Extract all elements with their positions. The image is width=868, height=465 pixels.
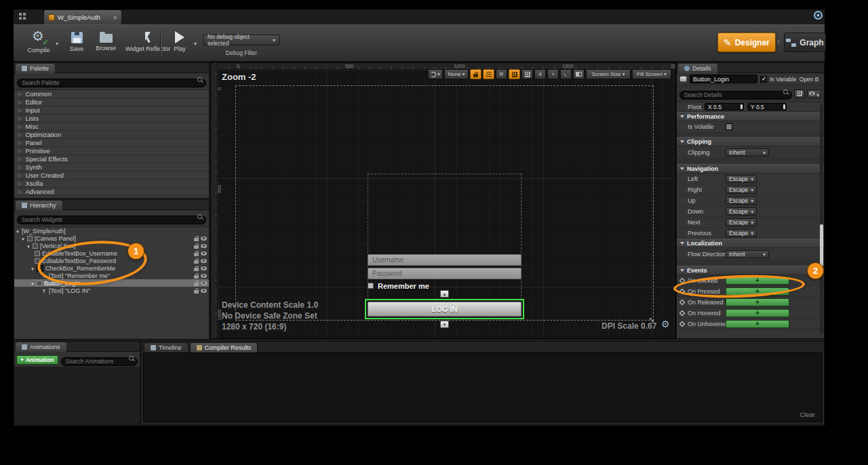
expander-icon[interactable] [21, 235, 25, 242]
close-icon[interactable] [113, 14, 117, 21]
clipping-dropdown[interactable]: Inherit [726, 148, 769, 157]
palette-category[interactable]: Xsolla [14, 180, 209, 188]
widget-reflector-button[interactable]: Widget Reflector [122, 30, 174, 52]
preview-login-button[interactable]: LOG IN [368, 302, 521, 317]
nav-dropdown[interactable]: Escape [726, 186, 757, 194]
expander-icon[interactable] [26, 243, 31, 249]
resize-handle-top[interactable]: ▲ [440, 290, 449, 298]
palette-category[interactable]: Optimization [14, 131, 209, 139]
compiler-results-log[interactable]: Clear [143, 352, 823, 422]
lock-icon[interactable] [194, 260, 199, 264]
palette-category[interactable]: Misc [14, 123, 209, 131]
nav-dropdown[interactable]: Escape [726, 207, 757, 216]
lock-icon[interactable] [194, 275, 199, 279]
tab-timeline[interactable]: Timeline [144, 342, 189, 352]
preview-username-field[interactable]: Username [368, 254, 521, 266]
section-performance[interactable]: Performance [677, 112, 824, 121]
anchor-dropdown[interactable]: None [444, 69, 469, 79]
resize-handle-bottom[interactable]: ▼ [440, 321, 449, 328]
designer-mode-button[interactable]: Designer [717, 33, 776, 52]
play-button[interactable]: Play [167, 30, 193, 52]
hierarchy-row[interactable]: [W_SimpleAuth] [14, 227, 209, 235]
palette-category[interactable]: Lists [14, 115, 209, 123]
lock-icon[interactable] [194, 238, 199, 241]
rotation-mode-button[interactable]: R [496, 69, 507, 79]
hierarchy-search-input[interactable] [17, 216, 206, 224]
palette-category[interactable]: Common [14, 90, 209, 98]
fill-screen-dropdown[interactable]: Fill Screen [632, 69, 671, 79]
palette-search-input[interactable] [17, 79, 206, 87]
details-search-input[interactable] [679, 91, 792, 100]
translate-mode-button[interactable]: + [547, 69, 559, 79]
expander-icon[interactable] [31, 265, 35, 272]
flip-preview-button[interactable] [573, 69, 585, 79]
details-tab[interactable]: Details [678, 64, 717, 73]
flow-direction-dropdown[interactable]: Inherit [726, 250, 769, 258]
widget-name-input[interactable] [690, 75, 757, 83]
lock-icon[interactable] [194, 253, 199, 256]
section-events[interactable]: Events [677, 266, 824, 275]
asset-tab[interactable]: W_SimpleAuth [43, 9, 122, 24]
outline-toggle-button[interactable] [483, 69, 494, 79]
save-button[interactable]: Save [64, 30, 90, 52]
add-on-released-button[interactable]: + [726, 298, 789, 306]
visibility-eye-icon[interactable] [201, 289, 207, 293]
add-animation-button[interactable]: +Animation [16, 355, 58, 365]
details-scrollbar[interactable] [820, 104, 823, 334]
pivot-y-field[interactable]: Y 0.5 [747, 103, 787, 110]
palette-category[interactable]: User Created [14, 171, 209, 180]
visibility-eye-icon[interactable] [201, 244, 207, 248]
checkbox-icon[interactable] [368, 283, 374, 289]
property-matrix-button[interactable] [794, 89, 805, 98]
compass-icon[interactable] [814, 11, 823, 20]
lock-icon[interactable] [194, 290, 199, 294]
palette-category[interactable]: Primitive [14, 147, 209, 155]
visibility-eye-icon[interactable] [201, 259, 207, 263]
snap-size-button[interactable]: 4 [534, 69, 546, 79]
compile-button[interactable]: Compile [22, 30, 56, 54]
hierarchy-tab[interactable]: Hierarchy [16, 201, 62, 210]
palette-tab[interactable]: Palette [16, 64, 55, 73]
is-variable-checkbox[interactable] [760, 76, 767, 83]
palette-category[interactable]: Advanced [14, 188, 209, 196]
palette-category[interactable]: Editor [14, 98, 209, 106]
apps-grid-icon[interactable] [19, 13, 26, 20]
nav-dropdown[interactable]: Escape [726, 175, 757, 183]
display-filter-button[interactable] [807, 89, 821, 98]
dpi-settings-gear-icon[interactable] [661, 318, 670, 330]
lock-icon[interactable] [194, 268, 199, 271]
palette-category[interactable]: Panel [14, 139, 209, 147]
design-surface[interactable]: 0 500 1000 1500 2000 0 500 1000 Zoom -2 … [210, 62, 676, 339]
visibility-eye-icon[interactable] [201, 274, 207, 278]
animations-tab[interactable]: Animations [16, 342, 66, 352]
visibility-eye-icon[interactable] [201, 266, 207, 270]
compile-options-chevron-icon[interactable] [56, 36, 58, 48]
nav-dropdown[interactable]: Escape [726, 197, 757, 205]
lock-widget-button[interactable] [470, 69, 481, 79]
open-binding-link[interactable]: Open B [800, 76, 820, 83]
screen-size-dropdown[interactable]: Screen Size [586, 69, 631, 79]
grid-toggle-button[interactable] [521, 69, 533, 79]
preview-remember-me[interactable]: Remember me [368, 281, 429, 290]
visibility-eye-icon[interactable] [201, 251, 207, 256]
tab-compiler-results[interactable]: Compiler Results [190, 342, 258, 352]
nav-dropdown[interactable]: Escape [726, 229, 757, 237]
grid-snap-button[interactable] [509, 69, 520, 79]
pivot-row[interactable]: Pivot X 0.5 Y 0.5 [677, 102, 824, 112]
play-options-chevron-icon[interactable] [194, 36, 197, 48]
collapse-arrow-icon[interactable] [18, 187, 22, 196]
section-clipping[interactable]: Clipping [677, 137, 824, 146]
expander-icon[interactable] [16, 228, 20, 235]
animations-search-input[interactable] [61, 357, 138, 366]
section-navigation[interactable]: Navigation [677, 164, 824, 174]
animations-list[interactable] [14, 367, 140, 424]
clear-log-button[interactable]: Clear [800, 411, 815, 418]
visibility-eye-icon[interactable] [201, 281, 207, 285]
lock-icon[interactable] [194, 245, 199, 249]
scrollbar-thumb[interactable] [820, 224, 823, 266]
add-on-unhovered-button[interactable]: + [726, 320, 789, 328]
palette-category[interactable]: Input [14, 106, 209, 115]
section-localization[interactable]: Localization [677, 239, 824, 248]
preview-password-field[interactable]: Password [368, 268, 521, 279]
add-on-hovered-button[interactable]: + [726, 309, 789, 317]
